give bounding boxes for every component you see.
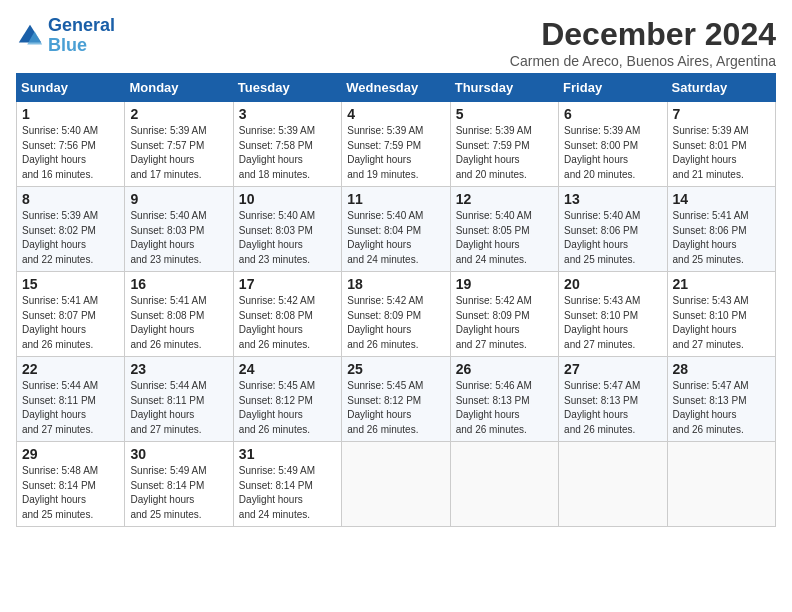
empty-cell <box>667 442 775 527</box>
calendar-week-4: 22 Sunrise: 5:44 AM Sunset: 8:11 PM Dayl… <box>17 357 776 442</box>
logo-icon <box>16 22 44 50</box>
header-thursday: Thursday <box>450 74 558 102</box>
header-monday: Monday <box>125 74 233 102</box>
table-row: 19 Sunrise: 5:42 AM Sunset: 8:09 PM Dayl… <box>450 272 558 357</box>
table-row: 4 Sunrise: 5:39 AM Sunset: 7:59 PM Dayli… <box>342 102 450 187</box>
table-row: 18 Sunrise: 5:42 AM Sunset: 8:09 PM Dayl… <box>342 272 450 357</box>
table-row: 28 Sunrise: 5:47 AM Sunset: 8:13 PM Dayl… <box>667 357 775 442</box>
table-row: 21 Sunrise: 5:43 AM Sunset: 8:10 PM Dayl… <box>667 272 775 357</box>
table-row: 6 Sunrise: 5:39 AM Sunset: 8:00 PM Dayli… <box>559 102 667 187</box>
calendar-week-2: 8 Sunrise: 5:39 AM Sunset: 8:02 PM Dayli… <box>17 187 776 272</box>
table-row: 25 Sunrise: 5:45 AM Sunset: 8:12 PM Dayl… <box>342 357 450 442</box>
title-block: December 2024 Carmen de Areco, Buenos Ai… <box>510 16 776 69</box>
header-saturday: Saturday <box>667 74 775 102</box>
table-row: 14 Sunrise: 5:41 AM Sunset: 8:06 PM Dayl… <box>667 187 775 272</box>
table-row: 24 Sunrise: 5:45 AM Sunset: 8:12 PM Dayl… <box>233 357 341 442</box>
table-row: 26 Sunrise: 5:46 AM Sunset: 8:13 PM Dayl… <box>450 357 558 442</box>
table-row: 15 Sunrise: 5:41 AM Sunset: 8:07 PM Dayl… <box>17 272 125 357</box>
table-row: 8 Sunrise: 5:39 AM Sunset: 8:02 PM Dayli… <box>17 187 125 272</box>
location-subtitle: Carmen de Areco, Buenos Aires, Argentina <box>510 53 776 69</box>
table-row: 7 Sunrise: 5:39 AM Sunset: 8:01 PM Dayli… <box>667 102 775 187</box>
table-row: 16 Sunrise: 5:41 AM Sunset: 8:08 PM Dayl… <box>125 272 233 357</box>
calendar-week-3: 15 Sunrise: 5:41 AM Sunset: 8:07 PM Dayl… <box>17 272 776 357</box>
table-row: 5 Sunrise: 5:39 AM Sunset: 7:59 PM Dayli… <box>450 102 558 187</box>
empty-cell <box>559 442 667 527</box>
table-row: 2 Sunrise: 5:39 AM Sunset: 7:57 PM Dayli… <box>125 102 233 187</box>
header-tuesday: Tuesday <box>233 74 341 102</box>
table-row: 22 Sunrise: 5:44 AM Sunset: 8:11 PM Dayl… <box>17 357 125 442</box>
table-row: 29 Sunrise: 5:48 AM Sunset: 8:14 PM Dayl… <box>17 442 125 527</box>
table-row: 13 Sunrise: 5:40 AM Sunset: 8:06 PM Dayl… <box>559 187 667 272</box>
table-row: 20 Sunrise: 5:43 AM Sunset: 8:10 PM Dayl… <box>559 272 667 357</box>
header-friday: Friday <box>559 74 667 102</box>
empty-cell <box>450 442 558 527</box>
page-header: GeneralBlue December 2024 Carmen de Arec… <box>16 16 776 69</box>
table-row: 1 Sunrise: 5:40 AM Sunset: 7:56 PM Dayli… <box>17 102 125 187</box>
table-row: 3 Sunrise: 5:39 AM Sunset: 7:58 PM Dayli… <box>233 102 341 187</box>
calendar-week-5: 29 Sunrise: 5:48 AM Sunset: 8:14 PM Dayl… <box>17 442 776 527</box>
calendar-week-1: 1 Sunrise: 5:40 AM Sunset: 7:56 PM Dayli… <box>17 102 776 187</box>
table-row: 27 Sunrise: 5:47 AM Sunset: 8:13 PM Dayl… <box>559 357 667 442</box>
table-row: 31 Sunrise: 5:49 AM Sunset: 8:14 PM Dayl… <box>233 442 341 527</box>
table-row: 30 Sunrise: 5:49 AM Sunset: 8:14 PM Dayl… <box>125 442 233 527</box>
month-title: December 2024 <box>510 16 776 53</box>
table-row: 9 Sunrise: 5:40 AM Sunset: 8:03 PM Dayli… <box>125 187 233 272</box>
table-row: 23 Sunrise: 5:44 AM Sunset: 8:11 PM Dayl… <box>125 357 233 442</box>
table-row: 12 Sunrise: 5:40 AM Sunset: 8:05 PM Dayl… <box>450 187 558 272</box>
table-row: 11 Sunrise: 5:40 AM Sunset: 8:04 PM Dayl… <box>342 187 450 272</box>
table-row: 17 Sunrise: 5:42 AM Sunset: 8:08 PM Dayl… <box>233 272 341 357</box>
header-wednesday: Wednesday <box>342 74 450 102</box>
header-sunday: Sunday <box>17 74 125 102</box>
table-row: 10 Sunrise: 5:40 AM Sunset: 8:03 PM Dayl… <box>233 187 341 272</box>
empty-cell <box>342 442 450 527</box>
logo: GeneralBlue <box>16 16 115 56</box>
calendar-table: Sunday Monday Tuesday Wednesday Thursday… <box>16 73 776 527</box>
logo-text: GeneralBlue <box>48 16 115 56</box>
calendar-header-row: Sunday Monday Tuesday Wednesday Thursday… <box>17 74 776 102</box>
